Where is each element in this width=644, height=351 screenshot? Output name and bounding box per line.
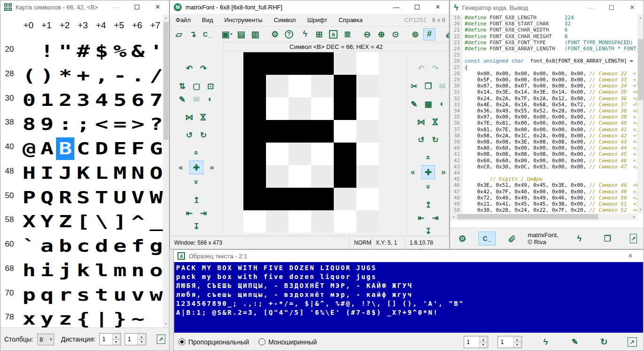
glyph-pixel[interactable] — [311, 75, 334, 97]
radio-proportional[interactable]: Пропорциональный — [178, 338, 249, 346]
charmap-cell[interactable]: M — [111, 162, 129, 184]
charmap-cell[interactable]: > — [129, 113, 147, 136]
glyph-pixel[interactable] — [266, 165, 289, 188]
move-icon[interactable]: ✚ — [189, 160, 203, 175]
settings-icon[interactable]: ⚙ — [457, 233, 468, 244]
flip-h-icon[interactable]: ⋈ — [184, 112, 195, 123]
glyph-pixel[interactable] — [356, 210, 379, 233]
charmap-cell[interactable]: J — [56, 162, 74, 184]
charmap-cell[interactable]: f — [129, 235, 147, 257]
code-hscrollbar[interactable]: ◂ ▸ — [450, 214, 637, 220]
menu-item-инструменты[interactable]: Инструменты — [225, 16, 263, 24]
charmap-cell[interactable]: c — [74, 235, 93, 257]
maximize-icon[interactable] — [407, 0, 427, 14]
menu-item-вид[interactable]: Вид — [202, 16, 213, 24]
minimize-icon[interactable]: — — [580, 1, 601, 14]
charmap-cell[interactable]: Y — [38, 210, 56, 233]
menu-item-символ[interactable]: Символ — [274, 16, 296, 24]
move-icon[interactable]: ✚ — [421, 165, 435, 179]
glyph-pixel[interactable] — [266, 143, 289, 165]
shift-left-icon[interactable]: « — [175, 162, 186, 173]
code-output-icon[interactable]: ≣ — [341, 28, 354, 40]
columns-select[interactable]: 8▾ — [37, 334, 54, 345]
glyph-pixel[interactable] — [266, 120, 289, 143]
charmap-cell[interactable]: : — [56, 113, 74, 136]
settings-icon[interactable]: ⚙ — [269, 28, 281, 40]
charmap-cell[interactable]: @ — [20, 137, 38, 160]
glyph-pixel[interactable] — [356, 143, 379, 165]
glyph-pixel[interactable] — [334, 210, 356, 233]
charmap-cell[interactable]: i — [38, 259, 56, 282]
row-spacing-icon[interactable]: ⇅ — [177, 80, 188, 92]
menu-item-файл[interactable]: Файл — [176, 16, 191, 24]
glyph-pixel[interactable] — [311, 97, 334, 120]
glyph-pixel[interactable] — [334, 52, 356, 75]
rotate-ccw-icon[interactable]: ↺ — [416, 134, 427, 145]
undo-icon[interactable]: ↶ — [184, 63, 195, 74]
charmap-cell[interactable]: j — [56, 259, 74, 282]
charmap-cell[interactable]: a — [38, 235, 56, 257]
charmap-cell[interactable]: L — [92, 162, 111, 184]
glyph-pixel[interactable] — [334, 188, 356, 210]
export-image-icon[interactable]: ▦ — [423, 98, 434, 110]
scale-y-stepper[interactable]: 1 ▲▼ — [498, 336, 522, 348]
charmap-cell[interactable]: ( — [20, 64, 38, 87]
charmap-cell[interactable]: C — [74, 137, 93, 160]
charmap-cell[interactable]: . — [129, 64, 147, 87]
charmap-cell[interactable]: ! — [38, 40, 56, 63]
charmap-cell[interactable]: h — [20, 259, 38, 282]
glyph-pixel[interactable] — [356, 52, 379, 75]
glyph-pixel[interactable] — [289, 52, 311, 75]
charmap-cell[interactable]: ` — [20, 235, 38, 257]
glyph-pixel[interactable] — [289, 188, 311, 210]
charmap-cell[interactable]: b — [56, 235, 74, 257]
align-top-icon[interactable]: ↥ — [423, 199, 434, 210]
glyph-pixel[interactable] — [334, 97, 356, 120]
charmap-cell[interactable]: \ — [92, 210, 111, 233]
close-icon[interactable]: × — [622, 1, 643, 14]
language-c-button[interactable]: C_ — [478, 231, 496, 246]
export-icon[interactable]: ↗ — [630, 234, 637, 243]
charmap-cell[interactable]: R — [56, 186, 74, 209]
charmap-cell[interactable]: u — [111, 284, 129, 306]
charmap-cell[interactable]: l — [92, 259, 111, 282]
export-icon[interactable]: ↗ — [157, 335, 165, 344]
glyph-pixel[interactable] — [334, 120, 356, 143]
glyph-pixel[interactable] — [356, 75, 379, 97]
shift-right-icon[interactable]: » — [206, 162, 217, 173]
code-icon[interactable]: C_ — [201, 28, 213, 40]
charmap-cell[interactable]: m — [111, 259, 129, 282]
charmap-cell[interactable]: p — [20, 284, 38, 306]
grid-icon[interactable]: # — [423, 28, 435, 40]
charmap-cell[interactable]: 1 — [38, 89, 56, 112]
charmap-cell[interactable]: 3 — [74, 89, 93, 112]
charmap-cell[interactable]: r — [56, 284, 74, 306]
flip-h-icon[interactable]: ⋈ — [416, 116, 427, 128]
charmap-cell[interactable]: + — [74, 64, 93, 87]
glyph-canvas[interactable] — [223, 51, 407, 233]
scale-x-stepper[interactable]: 1 ▲▼ — [464, 336, 488, 348]
charmap-cell[interactable]: ) — [38, 64, 56, 87]
charmap-cell[interactable]: A — [38, 137, 56, 160]
charmap-cell[interactable]: K — [74, 162, 93, 184]
align-left-icon[interactable]: ⇤ — [416, 212, 427, 223]
charmap-cell[interactable]: d — [92, 235, 111, 257]
align-bottom-icon[interactable]: ↧ — [191, 221, 202, 232]
glyph-pixel[interactable] — [289, 210, 311, 233]
glyph-pixel[interactable] — [266, 188, 289, 210]
clear-icon[interactable]: ✎ — [409, 98, 420, 110]
glyph-pixel[interactable] — [334, 165, 356, 188]
menu-item-справка[interactable]: Справка — [338, 16, 362, 24]
minimize-icon[interactable]: — — [106, 0, 127, 14]
rotate-cw-icon[interactable]: ↻ — [198, 129, 209, 141]
code-output[interactable]: 19#define FONT_6X8_LENGTH 22420#define F… — [450, 15, 637, 221]
charmap-cell[interactable]: t — [92, 284, 111, 306]
glyph-pixel[interactable] — [289, 120, 311, 143]
charmap-cell[interactable]: " — [56, 40, 74, 63]
glyph-pixel[interactable] — [243, 210, 266, 233]
charmap-cell[interactable]: 2 — [56, 89, 74, 112]
charmap-cell[interactable]: P — [20, 186, 38, 209]
flip-v-icon[interactable]: ⋈ — [198, 112, 209, 123]
charmap-cell[interactable]: ] — [111, 210, 129, 233]
glyph-pixel[interactable] — [311, 165, 334, 188]
